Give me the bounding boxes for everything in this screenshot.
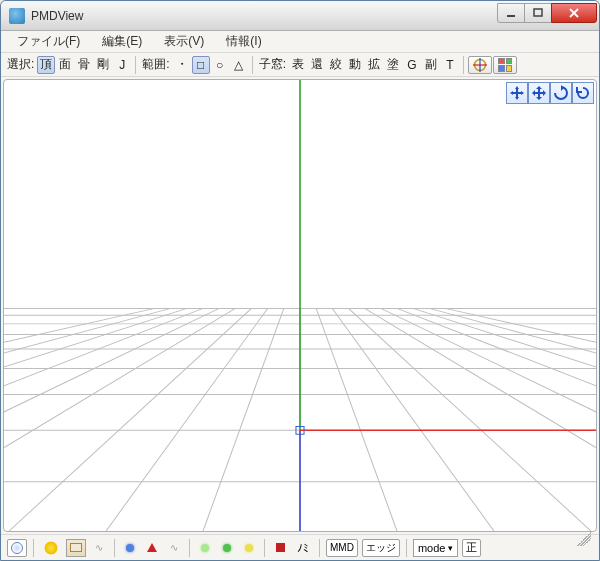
dot-yellow-icon [245, 544, 253, 552]
bb-dot-blue-button[interactable] [121, 539, 139, 557]
child-t-button[interactable]: T [441, 56, 459, 74]
move-icon [509, 85, 525, 101]
window-controls [498, 3, 597, 23]
select-label: 選択: [5, 56, 36, 73]
viewport-3d[interactable] [3, 79, 597, 532]
svg-line-22 [429, 308, 596, 370]
bb-mode-dropdown[interactable]: mode ▾ [413, 539, 459, 557]
child-g-button[interactable]: G [403, 56, 421, 74]
dot-green-icon [223, 544, 231, 552]
select-vertex-button[interactable]: 頂 [37, 56, 55, 74]
pan-icon [531, 85, 547, 101]
child-move-button[interactable]: 動 [346, 56, 364, 74]
toolbar-separator [463, 56, 464, 74]
minimize-icon [505, 8, 517, 18]
range-circle-button[interactable]: ○ [211, 56, 229, 74]
toolbar: 選択: 頂 面 骨 剛 J 範囲: ・ □ ○ △ 子窓: 表 還 絞 動 拡 … [1, 53, 599, 77]
bb-tri-red-button[interactable] [143, 539, 161, 557]
bb-sq-red-button[interactable] [271, 539, 289, 557]
bb-mode-label: mode [418, 542, 446, 554]
bb-edge-button[interactable]: エッジ [362, 539, 400, 557]
wave-icon: ∿ [170, 542, 178, 553]
view-target-button[interactable] [468, 56, 492, 74]
bb-sun-button[interactable] [40, 539, 62, 557]
bb-dot-ltgreen-button[interactable] [196, 539, 214, 557]
bb-separator [33, 539, 34, 557]
bb-radio-button[interactable] [7, 539, 27, 557]
range-rect-button[interactable]: □ [192, 56, 210, 74]
svg-rect-1 [534, 9, 542, 16]
close-icon [568, 8, 580, 18]
titlebar: PMDView [1, 1, 599, 31]
bb-separator [264, 539, 265, 557]
child-sub-button[interactable]: 副 [422, 56, 440, 74]
target-icon [471, 56, 489, 74]
sun-icon [44, 541, 58, 555]
maximize-button[interactable] [524, 3, 552, 23]
select-bone-button[interactable]: 骨 [75, 56, 93, 74]
bb-separator [189, 539, 190, 557]
dot-ltgreen-icon [201, 544, 209, 552]
select-joint-button[interactable]: J [113, 56, 131, 74]
bb-wave-button[interactable]: ∿ [90, 539, 108, 557]
square-red-icon [276, 543, 285, 552]
chevron-down-icon: ▾ [448, 543, 453, 553]
camera-tools [506, 82, 594, 104]
child-expand-button[interactable]: 拡 [365, 56, 383, 74]
bb-separator [114, 539, 115, 557]
maximize-icon [532, 8, 544, 18]
triangle-red-icon [147, 543, 157, 552]
menu-view[interactable]: 表示(V) [154, 31, 214, 52]
select-rigid-button[interactable]: 剛 [94, 56, 112, 74]
bb-rect-button[interactable] [66, 539, 86, 557]
svg-line-19 [381, 308, 596, 443]
child-return-button[interactable]: 還 [308, 56, 326, 74]
range-label: 範囲: [140, 56, 171, 73]
camera-rotate-button[interactable] [550, 82, 572, 104]
camera-reset-button[interactable] [572, 82, 594, 104]
svg-line-31 [4, 308, 171, 370]
bb-mmd-button[interactable]: MMD [326, 539, 358, 557]
svg-line-18 [365, 308, 596, 486]
select-face-button[interactable]: 面 [56, 56, 74, 74]
menu-edit[interactable]: 編集(E) [92, 31, 152, 52]
svg-line-21 [413, 308, 596, 387]
svg-line-27 [4, 308, 235, 486]
camera-move-button[interactable] [506, 82, 528, 104]
view-split-button[interactable] [493, 56, 517, 74]
dot-blue-icon [126, 544, 134, 552]
close-button[interactable] [551, 3, 597, 23]
toolbar-separator [252, 56, 253, 74]
grid-axes [4, 80, 596, 531]
menubar: ファイル(F) 編集(E) 表示(V) 情報(I) [1, 31, 599, 53]
viewport-container [1, 77, 599, 534]
child-window-label: 子窓: [257, 56, 288, 73]
app-icon [9, 8, 25, 24]
radio-icon [11, 542, 23, 554]
camera-pan-button[interactable] [528, 82, 550, 104]
range-point-button[interactable]: ・ [173, 56, 191, 74]
rect-icon [70, 543, 82, 552]
bb-sei-button[interactable]: 正 [462, 539, 481, 557]
child-narrow-button[interactable]: 絞 [327, 56, 345, 74]
bb-dot-green-button[interactable] [218, 539, 236, 557]
child-display-button[interactable]: 表 [289, 56, 307, 74]
split-icon [496, 56, 514, 74]
menu-file[interactable]: ファイル(F) [7, 31, 90, 52]
menu-info[interactable]: 情報(I) [216, 31, 271, 52]
svg-line-28 [4, 308, 219, 443]
resize-grip[interactable] [577, 532, 591, 546]
svg-rect-0 [507, 15, 515, 17]
reset-icon [575, 85, 591, 101]
bb-separator [406, 539, 407, 557]
wave-icon: ∿ [95, 542, 103, 553]
bb-dot-yellow-button[interactable] [240, 539, 258, 557]
bottombar: ∿ ∿ ﾉﾐ MMD エッジ mode ▾ 正 [1, 534, 599, 560]
rotate-icon [553, 85, 569, 101]
range-tri-button[interactable]: △ [230, 56, 248, 74]
minimize-button[interactable] [497, 3, 525, 23]
bb-nomi-button[interactable]: ﾉﾐ [293, 539, 313, 557]
bb-wave2-button[interactable]: ∿ [165, 539, 183, 557]
toolbar-separator [135, 56, 136, 74]
child-paint-button[interactable]: 塗 [384, 56, 402, 74]
